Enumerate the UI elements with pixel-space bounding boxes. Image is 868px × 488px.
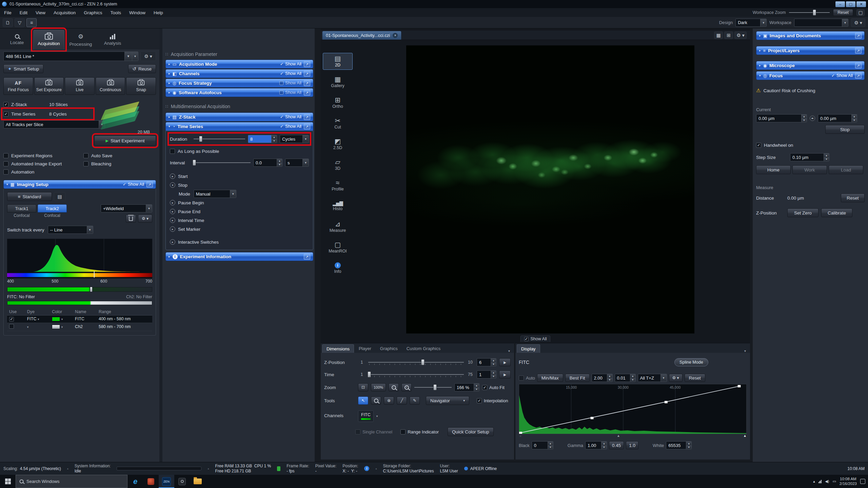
table-row-fitc[interactable]: FITC ▾ ▾ FITC 400 nm - 580 nm	[7, 316, 152, 323]
viewer-settings-gear-icon[interactable]: ⚙ ▾	[734, 32, 747, 39]
interactive-switches-subsection[interactable]: ▸Interactive Switches	[170, 238, 309, 246]
set-exposure-button[interactable]: Set Exposure	[34, 77, 64, 95]
menu-tools[interactable]: Tools	[106, 8, 125, 17]
workspace-zoom-slider[interactable]	[789, 9, 830, 16]
pause-begin-subsection[interactable]: ▸Pause Begin	[170, 198, 309, 207]
track1-tab[interactable]: Track1Confocal	[7, 204, 36, 218]
new-document-icon[interactable]: 🗋	[3, 18, 13, 27]
channel-dropdown-icon[interactable]: ▾	[376, 410, 378, 418]
tray-clock[interactable]: 10:08 AM 2/16/2023	[840, 477, 857, 486]
minimize-button[interactable]: –	[835, 1, 845, 7]
tab-player[interactable]: Player	[355, 344, 375, 353]
show-all-toggle[interactable]: ✓Show All	[280, 124, 301, 129]
interval-time-subsection[interactable]: ▸Interval Time	[170, 216, 309, 225]
menu-graphics[interactable]: Graphics	[80, 8, 106, 17]
zoom-100-button[interactable]: 100%	[371, 383, 386, 391]
taskbar-search-box[interactable]: Search Windows	[16, 475, 127, 488]
start-subsection[interactable]: ▸Start	[170, 172, 309, 181]
automated-image-export-option[interactable]: Automated Image Export	[3, 161, 83, 166]
all-tz-dropdown[interactable]: All T+Z▾	[638, 374, 667, 382]
popout-icon[interactable]: ↗	[304, 254, 310, 260]
view-histo[interactable]: ▂▅▇Histo	[323, 198, 353, 215]
display-reset-button[interactable]: Reset	[685, 374, 705, 382]
menu-acquisition[interactable]: Acquisition	[50, 8, 80, 17]
picker-tool[interactable]: ✎	[410, 396, 420, 405]
show-all-toggle[interactable]: Show All	[279, 81, 301, 85]
white-spinner[interactable]: 65535▲▼	[666, 441, 692, 449]
fluorescence-image[interactable]	[406, 45, 694, 333]
delete-track-button[interactable]	[126, 215, 136, 223]
handwheel-option[interactable]: Handwheel on	[756, 143, 865, 148]
black-point-marker[interactable]: ▲	[519, 434, 522, 438]
best-fit-button[interactable]: Best Fit	[565, 374, 590, 382]
popout-icon[interactable]: ↗	[304, 114, 310, 120]
workspace-dock-icon[interactable]: ▢	[856, 9, 865, 16]
show-all-toggle[interactable]: ✓Show All	[123, 182, 144, 187]
calibrate-button[interactable]: Calibrate	[821, 208, 852, 217]
histogram[interactable]: 15,000 30,000 45,000	[519, 384, 747, 434]
status-expander-icon[interactable]: ▴	[208, 467, 209, 470]
section-project-layers[interactable]: ▸≡ Project/Layers ↗	[756, 46, 865, 55]
table-row-ch2[interactable]: ▾ ▾ Ch2 580 nm - 700 nm	[7, 323, 152, 331]
section-focus-strategy[interactable]: ▸◎ Focus Strategy Show All ↗	[165, 79, 313, 87]
menu-edit[interactable]: Edit	[16, 8, 32, 17]
bleaching-option[interactable]: Bleaching	[83, 161, 156, 166]
start-button[interactable]	[0, 475, 16, 488]
section-acquisition-mode[interactable]: ▸▭ Acquisition Mode ✓Show All ↗	[165, 60, 313, 68]
document-tab[interactable]: 01-Spontaneous_Activity...cci.czi ×	[322, 31, 401, 40]
gamma-marker[interactable]: ▲	[617, 434, 620, 438]
tab-custom-graphics[interactable]: Custom Graphics	[402, 344, 445, 353]
info-icon[interactable]: i	[364, 466, 369, 471]
tray-expand-chevron-icon[interactable]: ▴	[813, 479, 815, 484]
section-microscope[interactable]: ▸◉ Microscope ↗	[756, 61, 865, 70]
minmax-button[interactable]: Min/Max	[537, 374, 563, 382]
gamma-spinner[interactable]: 1.00▲▼	[585, 441, 607, 449]
view-gallery[interactable]: ▦Gallery	[323, 74, 353, 90]
zoom-slider[interactable]	[414, 384, 452, 391]
workspace-zoom-reset-button[interactable]: Reset	[833, 9, 853, 16]
zposition-slider[interactable]	[368, 359, 464, 366]
standard-mode-button[interactable]: ≡Standard	[7, 192, 52, 201]
channel-coverage-bar[interactable]	[7, 301, 152, 305]
popout-icon[interactable]: ↗	[304, 71, 310, 77]
popout-icon[interactable]: ↗	[304, 61, 310, 67]
target-position-spinner[interactable]: 0.00 µm▲▼	[818, 114, 857, 122]
popout-icon[interactable]: ↗	[855, 48, 862, 54]
menu-help[interactable]: Help	[150, 8, 167, 17]
status-expander-icon[interactable]: ▴	[67, 467, 68, 470]
range-slider-handle[interactable]	[90, 287, 93, 292]
set-zero-button[interactable]: Set Zero	[787, 208, 818, 217]
as-long-as-possible-option[interactable]: As Long as Possible	[170, 147, 309, 156]
view-measure[interactable]: ⊿Measure	[323, 218, 353, 235]
show-all-toggle[interactable]: Show All	[279, 90, 301, 95]
best-fit-high-spinner[interactable]: 0.01▲▼	[615, 374, 636, 382]
live-button[interactable]: Live	[65, 77, 95, 95]
show-all-toggle[interactable]: ✓Show All	[831, 73, 853, 78]
zoom-spinner[interactable]: 166 %▲▼	[454, 383, 479, 391]
show-all-toggle[interactable]: ✓Show All	[280, 62, 301, 66]
panel-collapse-icon[interactable]: ▾	[506, 349, 513, 353]
display-settings-gear-icon[interactable]: ⚙ ▾	[669, 374, 683, 382]
imaging-setup-header[interactable]: ▾ ▦ Imaging Setup ✓Show All ↗	[3, 180, 156, 189]
tab-processing[interactable]: ⚙ Processing	[65, 30, 96, 49]
interval-spinner[interactable]: 0.0▲▼	[253, 159, 282, 167]
split-view-icon[interactable]: ⊞	[724, 32, 733, 39]
zstack-checkbox[interactable]	[3, 102, 8, 107]
track2-tab[interactable]: Track2Confocal	[38, 204, 67, 218]
track-options-gear-icon[interactable]: ⚙ ▾	[138, 215, 152, 223]
taskbar-app-icon-2[interactable]	[143, 475, 159, 488]
fitc-color-swatch[interactable]	[52, 317, 60, 321]
work-button[interactable]: Work	[792, 165, 827, 174]
duration-slider[interactable]	[194, 136, 245, 142]
best-fit-low-spinner[interactable]: 2.00▲▼	[592, 374, 613, 382]
show-all-toggle[interactable]: ✓Show All	[280, 71, 301, 76]
section-time-series[interactable]: ▾◔ Time Series ✓Show All ↗	[165, 122, 313, 131]
snap-button[interactable]: Snap	[126, 77, 156, 95]
zposition-play-button[interactable]: ▶	[499, 358, 511, 366]
gamma-045-button[interactable]: 0.45	[609, 441, 624, 449]
interval-unit-dropdown[interactable]: s▾	[285, 159, 309, 167]
auto-option[interactable]: Auto	[519, 375, 535, 381]
ch2-use-checkbox[interactable]	[9, 324, 14, 329]
add-widefield-dropdown[interactable]: +Widefield▾	[101, 204, 152, 212]
workspace-gear-icon[interactable]: ⚙ ▾	[851, 18, 865, 27]
